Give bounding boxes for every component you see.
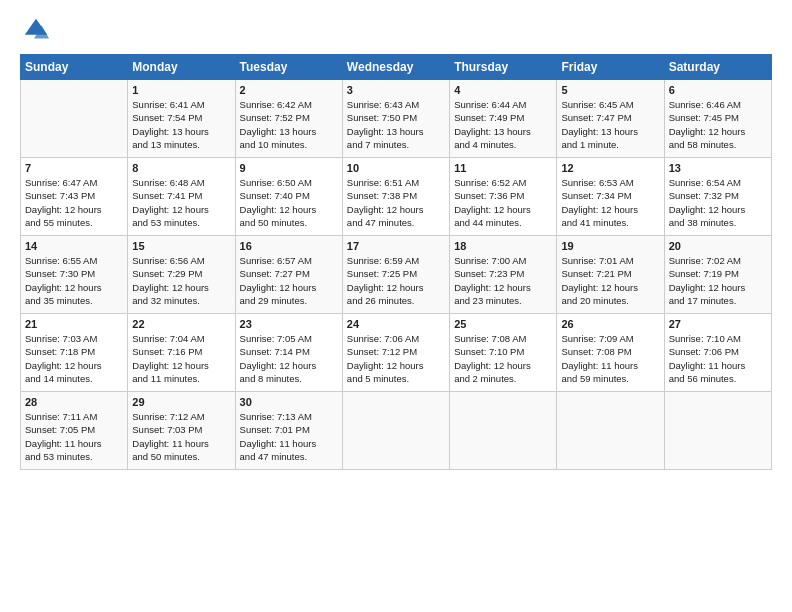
daylight-info: and 11 minutes. <box>132 372 230 385</box>
daylight-info: Sunset: 7:18 PM <box>25 345 123 358</box>
calendar-cell <box>342 392 449 470</box>
weekday-header-friday: Friday <box>557 55 664 80</box>
daylight-info: Sunrise: 6:50 AM <box>240 176 338 189</box>
calendar-cell: 11Sunrise: 6:52 AMSunset: 7:36 PMDayligh… <box>450 158 557 236</box>
daylight-info: Sunrise: 7:08 AM <box>454 332 552 345</box>
daylight-info: Daylight: 12 hours <box>132 203 230 216</box>
daylight-info: Sunrise: 7:12 AM <box>132 410 230 423</box>
daylight-info: Daylight: 12 hours <box>454 359 552 372</box>
day-number: 23 <box>240 318 338 330</box>
daylight-info: Sunrise: 7:01 AM <box>561 254 659 267</box>
calendar-cell: 29Sunrise: 7:12 AMSunset: 7:03 PMDayligh… <box>128 392 235 470</box>
calendar-cell: 15Sunrise: 6:56 AMSunset: 7:29 PMDayligh… <box>128 236 235 314</box>
daylight-info: and 59 minutes. <box>561 372 659 385</box>
daylight-info: and 5 minutes. <box>347 372 445 385</box>
daylight-info: Sunset: 7:03 PM <box>132 423 230 436</box>
daylight-info: Sunrise: 6:59 AM <box>347 254 445 267</box>
daylight-info: Sunrise: 6:47 AM <box>25 176 123 189</box>
daylight-info: Daylight: 11 hours <box>561 359 659 372</box>
day-number: 1 <box>132 84 230 96</box>
daylight-info: Daylight: 12 hours <box>454 203 552 216</box>
day-number: 26 <box>561 318 659 330</box>
daylight-info: Daylight: 12 hours <box>669 281 767 294</box>
daylight-info: Sunset: 7:06 PM <box>669 345 767 358</box>
daylight-info: Sunset: 7:54 PM <box>132 111 230 124</box>
day-number: 9 <box>240 162 338 174</box>
calendar-cell: 13Sunrise: 6:54 AMSunset: 7:32 PMDayligh… <box>664 158 771 236</box>
daylight-info: and 4 minutes. <box>454 138 552 151</box>
week-row-4: 21Sunrise: 7:03 AMSunset: 7:18 PMDayligh… <box>21 314 772 392</box>
daylight-info: Sunrise: 7:05 AM <box>240 332 338 345</box>
day-number: 28 <box>25 396 123 408</box>
calendar-cell: 4Sunrise: 6:44 AMSunset: 7:49 PMDaylight… <box>450 80 557 158</box>
daylight-info: Sunrise: 6:43 AM <box>347 98 445 111</box>
day-number: 18 <box>454 240 552 252</box>
daylight-info: Sunset: 7:47 PM <box>561 111 659 124</box>
daylight-info: Daylight: 13 hours <box>454 125 552 138</box>
daylight-info: and 10 minutes. <box>240 138 338 151</box>
daylight-info: Sunset: 7:32 PM <box>669 189 767 202</box>
daylight-info: Daylight: 12 hours <box>240 203 338 216</box>
daylight-info: and 23 minutes. <box>454 294 552 307</box>
daylight-info: Sunset: 7:05 PM <box>25 423 123 436</box>
daylight-info: Sunset: 7:38 PM <box>347 189 445 202</box>
daylight-info: Sunrise: 7:06 AM <box>347 332 445 345</box>
day-number: 20 <box>669 240 767 252</box>
calendar-cell <box>557 392 664 470</box>
daylight-info: Daylight: 12 hours <box>132 359 230 372</box>
daylight-info: Daylight: 12 hours <box>347 281 445 294</box>
weekday-header-saturday: Saturday <box>664 55 771 80</box>
daylight-info: and 47 minutes. <box>347 216 445 229</box>
daylight-info: and 58 minutes. <box>669 138 767 151</box>
calendar-cell: 19Sunrise: 7:01 AMSunset: 7:21 PMDayligh… <box>557 236 664 314</box>
daylight-info: Sunrise: 7:03 AM <box>25 332 123 345</box>
day-number: 4 <box>454 84 552 96</box>
daylight-info: Sunrise: 6:42 AM <box>240 98 338 111</box>
day-number: 8 <box>132 162 230 174</box>
daylight-info: and 55 minutes. <box>25 216 123 229</box>
daylight-info: Daylight: 11 hours <box>132 437 230 450</box>
day-number: 2 <box>240 84 338 96</box>
day-number: 3 <box>347 84 445 96</box>
daylight-info: Sunrise: 7:10 AM <box>669 332 767 345</box>
day-number: 21 <box>25 318 123 330</box>
weekday-header-wednesday: Wednesday <box>342 55 449 80</box>
weekday-header-thursday: Thursday <box>450 55 557 80</box>
daylight-info: Sunrise: 6:52 AM <box>454 176 552 189</box>
daylight-info: Daylight: 13 hours <box>240 125 338 138</box>
daylight-info: and 50 minutes. <box>132 450 230 463</box>
daylight-info: Daylight: 12 hours <box>347 359 445 372</box>
day-number: 14 <box>25 240 123 252</box>
daylight-info: Daylight: 11 hours <box>240 437 338 450</box>
daylight-info: Sunrise: 7:13 AM <box>240 410 338 423</box>
day-number: 5 <box>561 84 659 96</box>
day-number: 22 <box>132 318 230 330</box>
daylight-info: Daylight: 12 hours <box>454 281 552 294</box>
daylight-info: Sunrise: 7:02 AM <box>669 254 767 267</box>
daylight-info: and 7 minutes. <box>347 138 445 151</box>
week-row-5: 28Sunrise: 7:11 AMSunset: 7:05 PMDayligh… <box>21 392 772 470</box>
daylight-info: and 44 minutes. <box>454 216 552 229</box>
daylight-info: Sunrise: 7:11 AM <box>25 410 123 423</box>
daylight-info: Daylight: 12 hours <box>25 281 123 294</box>
daylight-info: Sunrise: 7:00 AM <box>454 254 552 267</box>
daylight-info: Sunset: 7:40 PM <box>240 189 338 202</box>
daylight-info: Sunrise: 6:44 AM <box>454 98 552 111</box>
daylight-info: Daylight: 13 hours <box>561 125 659 138</box>
daylight-info: Daylight: 12 hours <box>240 359 338 372</box>
calendar-cell: 10Sunrise: 6:51 AMSunset: 7:38 PMDayligh… <box>342 158 449 236</box>
daylight-info: Sunrise: 6:51 AM <box>347 176 445 189</box>
calendar-cell: 9Sunrise: 6:50 AMSunset: 7:40 PMDaylight… <box>235 158 342 236</box>
calendar-cell: 22Sunrise: 7:04 AMSunset: 7:16 PMDayligh… <box>128 314 235 392</box>
weekday-header-monday: Monday <box>128 55 235 80</box>
daylight-info: and 56 minutes. <box>669 372 767 385</box>
daylight-info: and 1 minute. <box>561 138 659 151</box>
calendar-cell: 17Sunrise: 6:59 AMSunset: 7:25 PMDayligh… <box>342 236 449 314</box>
daylight-info: Sunrise: 6:54 AM <box>669 176 767 189</box>
calendar-cell <box>21 80 128 158</box>
daylight-info: and 14 minutes. <box>25 372 123 385</box>
daylight-info: Sunrise: 6:53 AM <box>561 176 659 189</box>
daylight-info: and 32 minutes. <box>132 294 230 307</box>
daylight-info: Daylight: 12 hours <box>132 281 230 294</box>
day-number: 12 <box>561 162 659 174</box>
